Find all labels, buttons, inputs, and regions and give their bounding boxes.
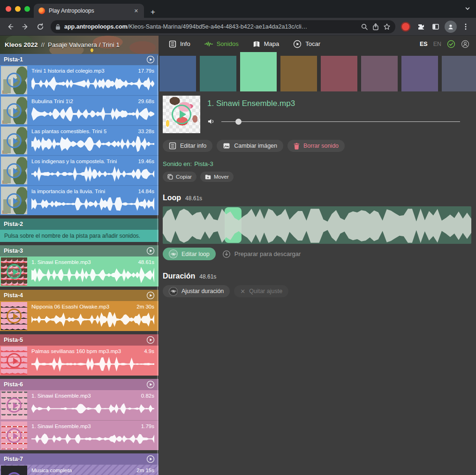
clip-row-selected[interactable]: 1. Sinawi Ensemble.mp348.61s (0, 256, 159, 287)
track-pista-5: Pista-5 Palmas sevillanas 160 bpm mp3.mp… (0, 334, 159, 376)
prepare-download-button[interactable]: Preparar para descargar (222, 250, 301, 258)
recording-extension-icon[interactable] (399, 20, 412, 33)
clip-row[interactable]: Nipponia 06 Esashi Oiwake.mp32m 30s (0, 301, 159, 331)
account-icon[interactable] (461, 40, 469, 48)
clip-play-icon[interactable] (7, 398, 22, 413)
color-swatch-2[interactable] (200, 56, 236, 91)
track-name[interactable]: Pista-2 (4, 221, 23, 227)
adjust-duration-button[interactable]: Ajustar duración (163, 285, 230, 297)
clip-play-icon[interactable] (7, 309, 22, 324)
extensions-puzzle-icon[interactable] (414, 20, 427, 33)
color-swatch-1[interactable] (159, 56, 196, 91)
nav-item-info[interactable]: Info (169, 40, 190, 48)
track-header[interactable]: Pista-1 (0, 54, 159, 65)
volume-slider[interactable] (221, 118, 460, 125)
track-header[interactable]: Pista-4 (0, 290, 159, 301)
lock-icon[interactable] (55, 23, 60, 30)
track-play-button[interactable] (146, 336, 155, 344)
track-name[interactable]: Pista-4 (4, 292, 23, 299)
breadcrumb-project[interactable]: Kleos 2022 (5, 41, 38, 48)
browser-tab[interactable]: Play Antropoloops ✕ (34, 4, 144, 18)
track-play-button[interactable] (146, 291, 155, 300)
color-swatch-5[interactable] (321, 56, 357, 91)
clip-play-icon[interactable] (7, 353, 22, 368)
track-header[interactable]: Pista-7 (0, 453, 159, 465)
track-name[interactable]: Pista-5 (4, 337, 23, 343)
clip-duration: 2m 15s (136, 467, 154, 473)
move-button[interactable]: Mover (200, 172, 234, 182)
clip-row[interactable]: 1. Sinawi Ensemble.mp30.82s (0, 390, 159, 420)
nav-item-mapa[interactable]: Mapa (253, 40, 280, 48)
volume-slider-thumb[interactable] (235, 119, 242, 125)
bookmark-star-icon[interactable] (383, 23, 391, 30)
close-window-button[interactable] (6, 6, 11, 12)
lang-en[interactable]: EN (433, 41, 441, 47)
sound-play-icon[interactable] (172, 105, 191, 124)
color-swatch-6[interactable] (361, 56, 398, 91)
track-header[interactable]: Pista-3 (0, 245, 159, 256)
sound-thumbnail[interactable] (163, 96, 200, 133)
forward-button[interactable] (19, 20, 32, 33)
clip-row[interactable]: 1. Sinawi Ensemble.mp31.79s (0, 420, 159, 450)
track-header[interactable]: Pista-6 (0, 379, 159, 390)
copy-button[interactable]: Copiar (163, 172, 196, 182)
track-play-button[interactable] (146, 247, 155, 255)
track-name[interactable]: Pista-7 (4, 456, 23, 462)
nav-item-sonidos[interactable]: Sonidos (204, 40, 239, 48)
track-link[interactable]: Pista-3 (194, 160, 213, 167)
edit-info-button[interactable]: Editar info (163, 140, 212, 152)
remove-adjust-button[interactable]: ✕ Quitar ajuste (234, 285, 288, 297)
clip-row[interactable]: Bubulina Trini 1\229.68s (0, 95, 159, 125)
zoom-window-button[interactable] (24, 6, 30, 12)
breadcrumb-session[interactable]: Pasaje Valvanera / Trini 1 (48, 41, 120, 48)
color-swatch-7[interactable] (401, 56, 438, 91)
reload-button[interactable] (34, 20, 47, 33)
clip-play-icon[interactable] (7, 428, 22, 443)
track-play-button[interactable] (146, 455, 155, 463)
color-swatch-4[interactable] (280, 56, 317, 91)
loop-waveform-panel[interactable] (163, 206, 471, 244)
speaker-icon[interactable] (207, 118, 215, 125)
track-header[interactable]: Pista-5 (0, 334, 159, 346)
clip-row[interactable]: la importancia de la lluvia. Trini14.84s (0, 185, 159, 215)
share-icon[interactable] (372, 23, 379, 30)
clip-row[interactable]: Musica completa2m 15s (0, 465, 159, 475)
clip-play-icon[interactable] (7, 193, 22, 208)
clip-row[interactable]: Los indigenas y la compostela. Trini19.4… (0, 155, 159, 185)
clip-play-icon[interactable] (7, 73, 22, 88)
edit-loop-button[interactable]: Editar loop (163, 248, 216, 260)
change-image-button[interactable]: Cambiar imágen (217, 140, 283, 152)
color-swatch-3-selected[interactable] (240, 52, 277, 91)
sidebar-scrollbar[interactable] (157, 55, 158, 474)
zoom-page-icon[interactable] (361, 23, 368, 30)
back-button[interactable] (4, 20, 17, 33)
lang-es[interactable]: ES (420, 41, 428, 47)
clip-play-icon[interactable] (7, 264, 22, 279)
track-name[interactable]: Pista-3 (4, 248, 23, 254)
clip-row[interactable]: Las plantas comestibles. Trini 533.28s (0, 125, 159, 155)
delete-sound-button[interactable]: Borrar sonido (287, 140, 345, 152)
tab-close-icon[interactable]: ✕ (132, 7, 140, 15)
browser-menu-icon[interactable] (459, 20, 472, 33)
profile-avatar[interactable] (444, 20, 457, 33)
side-panel-icon[interactable] (429, 20, 442, 33)
track-play-button[interactable] (146, 55, 155, 64)
clip-play-icon[interactable] (7, 133, 22, 148)
track-header[interactable]: Pista-2 (0, 219, 159, 230)
project-breadcrumb[interactable]: Kleos 2022 // Pasaje Valvanera / Trini 1 (0, 36, 159, 54)
clip-play-icon[interactable] (7, 163, 22, 178)
track-name[interactable]: Pista-1 (4, 56, 23, 63)
track-name[interactable]: Pista-6 (4, 381, 23, 388)
address-bar[interactable]: app.antropoloops.com/Kleos-Santa-Marina/… (51, 20, 395, 33)
nav-item-tocar[interactable]: Tocar (293, 40, 320, 48)
clip-play-icon[interactable] (7, 472, 22, 475)
tab-search-chevron-icon[interactable] (464, 5, 471, 12)
minimize-window-button[interactable] (15, 6, 21, 12)
new-tab-button[interactable]: + (151, 8, 155, 16)
color-swatch-8[interactable] (442, 56, 476, 91)
clip-row[interactable]: Trini 1 historia del colegio.mp317.79s (0, 65, 159, 95)
track-play-button[interactable] (146, 380, 155, 389)
clip-play-icon[interactable] (7, 103, 22, 118)
clip-row[interactable]: Palmas sevillanas 160 bpm mp3.mp34.9s (0, 346, 159, 376)
sync-check-icon[interactable] (447, 40, 455, 48)
